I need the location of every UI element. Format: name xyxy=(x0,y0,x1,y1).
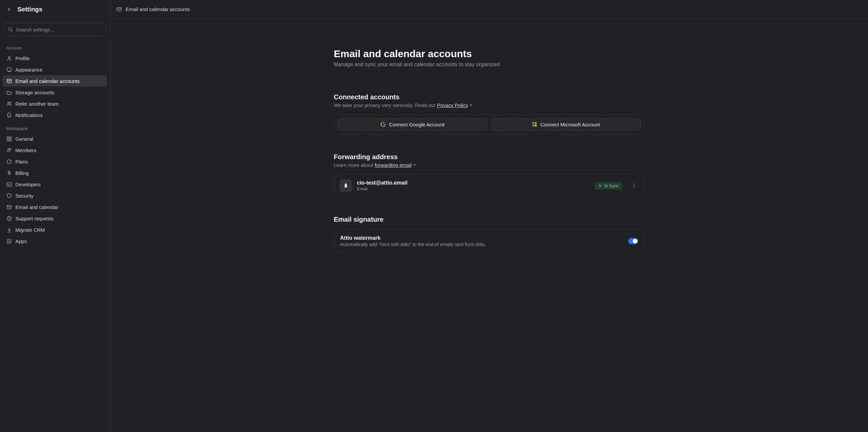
sidebar-item-label: General xyxy=(16,136,33,142)
chevron-left-icon xyxy=(6,7,12,12)
sidebar-item-label: Email and calendar xyxy=(16,204,58,210)
signature-section: Email signature Attio watermark Automati… xyxy=(334,216,645,253)
back-button[interactable] xyxy=(6,6,12,12)
sidebar-item-label: Members xyxy=(16,147,36,153)
shield-icon xyxy=(6,193,12,199)
members-icon xyxy=(6,147,12,153)
svg-rect-14 xyxy=(7,182,11,186)
more-vertical-icon xyxy=(631,183,637,188)
sidebar-title: Settings xyxy=(18,6,42,13)
gauge-icon xyxy=(6,159,12,165)
sidebar-item-label: Billing xyxy=(16,170,29,176)
sidebar-item-security[interactable]: Security xyxy=(3,190,107,201)
sidebar-item-support[interactable]: Support requests xyxy=(3,213,107,224)
forwarding-email-link[interactable]: forwarding email xyxy=(375,162,416,168)
mail-settings-icon xyxy=(6,78,12,84)
forwarding-type: Email xyxy=(357,186,408,191)
svg-point-24 xyxy=(634,183,634,184)
sidebar-item-label: Refer another team xyxy=(16,101,59,107)
bolt-icon xyxy=(598,183,602,188)
sidebar-item-label: Apps xyxy=(16,238,27,244)
appearance-icon xyxy=(6,66,12,73)
connected-section: Connected accounts We take your privacy … xyxy=(334,93,645,135)
sidebar-item-apps[interactable]: Apps xyxy=(3,235,107,247)
attio-logo-icon xyxy=(342,182,349,189)
sidebar-item-billing[interactable]: Billing xyxy=(3,167,107,178)
svg-rect-21 xyxy=(534,122,536,124)
sidebar-item-label: Migrate CRM xyxy=(16,227,45,233)
sidebar-item-plans[interactable]: Plans xyxy=(3,156,107,167)
attio-avatar xyxy=(339,179,352,192)
forwarding-section: Forwarding address Learn more about forw… xyxy=(334,153,645,197)
svg-rect-3 xyxy=(7,67,11,71)
users-icon xyxy=(6,100,12,107)
breadcrumb: Email and calendar accounts xyxy=(110,0,868,19)
sidebar-item-appearance[interactable]: Appearance xyxy=(3,64,107,75)
watermark-desc: Automatically add "Sent with Attio" to t… xyxy=(340,242,486,247)
sidebar-item-members[interactable]: Members xyxy=(3,144,107,156)
forwarding-title: Forwarding address xyxy=(334,153,645,161)
sidebar-item-label: Profile xyxy=(16,56,30,61)
sidebar-item-label: Support requests xyxy=(16,216,54,221)
bell-icon xyxy=(6,112,12,118)
user-icon xyxy=(6,55,12,61)
sidebar-item-notifications[interactable]: Notifications xyxy=(3,109,107,121)
sidebar-item-email-calendar[interactable]: Email and calendar xyxy=(3,201,107,213)
sidebar-item-label: Notifications xyxy=(16,112,43,118)
sidebar-item-label: Storage accounts xyxy=(16,90,55,95)
page-subtitle: Manage and sync your email and calendar … xyxy=(334,61,645,67)
sidebar-item-developers[interactable]: Developers xyxy=(3,178,107,190)
sync-badge-text: In Sync xyxy=(604,183,619,188)
main-area: Email and calendar accounts Email and ca… xyxy=(110,0,868,432)
sidebar-header: Settings xyxy=(0,0,110,19)
watermark-card: Attio watermark Automatically add "Sent … xyxy=(334,229,645,253)
dollar-icon xyxy=(6,170,12,176)
sidebar-item-migrate[interactable]: Migrate CRM xyxy=(3,224,107,235)
google-icon xyxy=(380,122,386,127)
privacy-policy-link[interactable]: Privacy Policy xyxy=(437,102,473,108)
forwarding-info: cio-test@attio.email Email xyxy=(357,180,408,191)
svg-point-17 xyxy=(9,219,9,220)
svg-rect-7 xyxy=(7,137,9,138)
terminal-icon xyxy=(6,181,12,187)
svg-point-6 xyxy=(10,102,11,103)
svg-point-26 xyxy=(634,186,634,187)
section-label-account: Account xyxy=(3,40,107,53)
search-box[interactable] xyxy=(3,23,106,36)
forwarding-desc: Learn more about forwarding email xyxy=(334,162,645,168)
divider xyxy=(334,79,645,79)
grid-icon xyxy=(6,136,12,142)
sidebar-item-label: Developers xyxy=(16,181,41,187)
connected-desc: We take your privacy very seriously. Rea… xyxy=(334,102,645,108)
sidebar-item-email-calendar-accounts[interactable]: Email and calendar accounts xyxy=(3,75,107,87)
watermark-title: Attio watermark xyxy=(340,235,486,241)
content-scroll[interactable]: Email and calendar accounts Manage and s… xyxy=(110,19,868,432)
section-label-workspace: Workspace xyxy=(3,121,107,133)
svg-point-2 xyxy=(8,56,10,58)
external-link-icon xyxy=(469,103,473,108)
download-icon xyxy=(6,227,12,233)
sidebar-item-profile[interactable]: Profile xyxy=(3,53,107,64)
apps-icon xyxy=(6,238,12,244)
svg-rect-8 xyxy=(9,137,11,138)
svg-rect-20 xyxy=(532,122,534,124)
page-title: Email and calendar accounts xyxy=(334,48,645,59)
settings-sidebar: Settings Account Profile Appearance Emai… xyxy=(0,0,110,432)
sidebar-item-label: Plans xyxy=(16,159,28,165)
content-inner: Email and calendar accounts Manage and s… xyxy=(334,19,645,432)
sidebar-item-general[interactable]: General xyxy=(3,133,107,144)
watermark-toggle[interactable] xyxy=(628,238,638,244)
svg-point-11 xyxy=(7,148,9,150)
sidebar-item-refer[interactable]: Refer another team xyxy=(3,98,107,109)
signature-title: Email signature xyxy=(334,216,645,223)
sidebar-item-storage[interactable]: Storage accounts xyxy=(3,87,107,98)
sidebar-item-label: Appearance xyxy=(16,67,42,73)
search-input[interactable] xyxy=(16,27,102,32)
forwarding-email: cio-test@attio.email xyxy=(357,180,408,186)
privacy-policy-text: Privacy Policy xyxy=(437,102,468,108)
connect-microsoft-button[interactable]: Connect Microsoft Account xyxy=(491,118,641,131)
connect-google-button[interactable]: Connect Google Account xyxy=(337,118,488,131)
breadcrumb-label: Email and calendar accounts xyxy=(126,6,190,12)
watermark-info: Attio watermark Automatically add "Sent … xyxy=(340,235,486,247)
forwarding-more-button[interactable] xyxy=(629,181,639,190)
